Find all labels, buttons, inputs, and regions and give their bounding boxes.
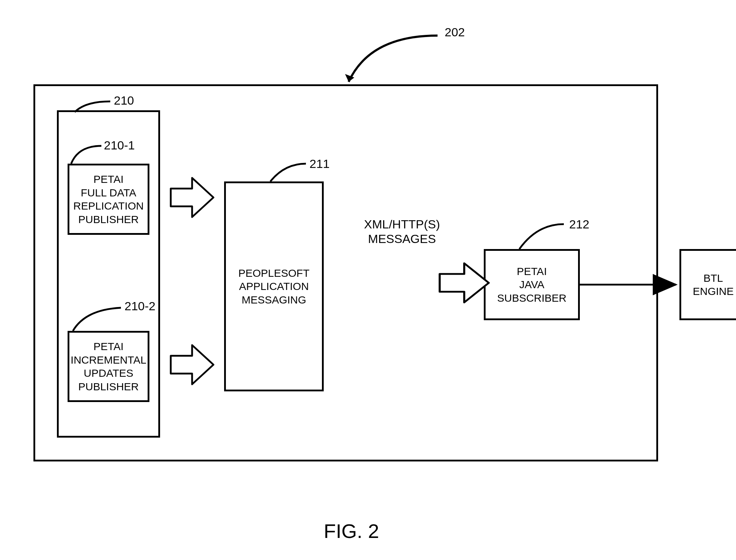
incremental-publisher-box: PETAI INCREMENTAL UPDATES PUBLISHER — [68, 331, 149, 402]
xml-messages-label: XML/HTTP(S) MESSAGES — [352, 217, 452, 246]
messaging-box: PEOPLESOFT APPLICATION MESSAGING — [224, 181, 324, 391]
figure-caption: FIG. 2 — [324, 519, 379, 543]
fulldata-publisher-box: PETAI FULL DATA REPLICATION PUBLISHER — [68, 164, 149, 235]
label-211: 211 — [309, 157, 330, 171]
label-210-2: 210-2 — [125, 299, 155, 313]
diagram-canvas: PETAI FULL DATA REPLICATION PUBLISHER PE… — [14, 14, 736, 560]
label-210-1: 210-1 — [104, 138, 135, 153]
label-202: 202 — [445, 25, 465, 39]
leader-202 — [349, 36, 438, 82]
subscriber-box: PETAI JAVA SUBSCRIBER — [484, 249, 580, 320]
label-212: 212 — [569, 217, 589, 232]
leader-202-arrowhead — [345, 74, 354, 82]
label-210: 210 — [114, 93, 134, 108]
btl-engine-box: BTL ENGINE — [679, 249, 736, 320]
